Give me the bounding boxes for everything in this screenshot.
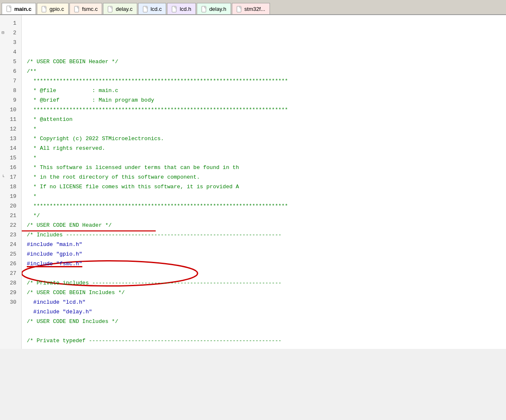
tab-label: main.c xyxy=(14,6,31,12)
code-text: * Copyright (c) 2022 STMicroelectronics. xyxy=(27,134,164,143)
code-line: * xyxy=(27,153,501,163)
code-line: * If no LICENSE file comes with this sof… xyxy=(27,182,501,192)
code-line: #include "gpio.h" xyxy=(27,249,501,259)
code-text: /* Private includes --------------------… xyxy=(27,278,282,288)
tab-main-c[interactable]: main.c xyxy=(2,3,36,15)
svg-rect-0 xyxy=(7,6,11,12)
svg-rect-5 xyxy=(172,6,176,12)
code-line: /* USER CODE END Header */ xyxy=(27,220,501,230)
code-text: #include "fsmc.h" xyxy=(27,259,82,269)
line-number: 4 xyxy=(3,47,18,57)
code-line: * @attention xyxy=(27,115,501,124)
line-number: 1 xyxy=(3,18,18,28)
tab-label: lcd.h xyxy=(180,6,191,12)
code-content[interactable]: /* USER CODE BEGIN Header *//** ********… xyxy=(22,15,506,349)
line-number: 22 xyxy=(3,220,18,230)
code-text: * All rights reserved. xyxy=(27,143,105,153)
code-text: #include "gpio.h" xyxy=(27,249,82,259)
file-icon xyxy=(143,6,149,12)
svg-rect-6 xyxy=(202,6,206,12)
code-line: * This software is licensed under terms … xyxy=(27,163,501,172)
code-text: /** xyxy=(27,67,36,76)
tab-label: stm32f... xyxy=(244,6,265,12)
tab-label: lcd.c xyxy=(151,6,162,12)
line-number: 11 xyxy=(3,115,18,124)
code-line: * in the root directory of this software… xyxy=(27,172,501,182)
code-line: /* Includes ----------------------------… xyxy=(27,230,501,240)
line-number: ⊟2 xyxy=(3,28,18,38)
code-line: /* USER CODE BEGIN Includes */ xyxy=(27,288,501,297)
code-text: ****************************************… xyxy=(27,105,288,115)
code-text: ****************************************… xyxy=(27,76,288,86)
line-number: 20 xyxy=(3,201,18,211)
tab-label: fsmc.c xyxy=(82,6,98,12)
code-text: * @brief : Main program body xyxy=(27,95,154,105)
code-text: * xyxy=(27,192,36,201)
line-number: 9 xyxy=(3,95,18,105)
code-text: * in the root directory of this software… xyxy=(27,172,200,182)
code-line: /** xyxy=(27,67,501,76)
code-line: */ xyxy=(27,211,501,220)
tab-gpio-c[interactable]: gpio.c xyxy=(37,3,69,15)
code-line: #include "fsmc.h" xyxy=(27,259,501,269)
fold-icon[interactable]: └ xyxy=(2,172,4,182)
code-line: * All rights reserved. xyxy=(27,143,501,153)
code-line: /* USER CODE END Includes */ xyxy=(27,317,501,326)
tab-label: delay.h xyxy=(209,6,226,12)
code-line: /* Private includes --------------------… xyxy=(27,278,501,288)
code-text: */ xyxy=(27,211,40,220)
tab-delay-c[interactable]: delay.c xyxy=(103,3,137,15)
file-icon xyxy=(74,6,80,12)
line-number: 15 xyxy=(3,153,18,163)
line-number: 28 xyxy=(3,278,18,288)
line-number: 13 xyxy=(3,134,18,143)
code-text: /* USER CODE END Header */ xyxy=(27,220,112,230)
line-number: 7 xyxy=(3,76,18,86)
code-text: /* USER CODE BEGIN Header */ xyxy=(27,57,118,67)
code-line: * @brief : Main program body xyxy=(27,95,501,105)
svg-rect-4 xyxy=(143,6,147,12)
code-line: /* USER CODE BEGIN Header */ xyxy=(27,57,501,67)
line-number: 6 xyxy=(3,67,18,76)
tab-bar: main.cgpio.cfsmc.cdelay.clcd.clcd.hdelay… xyxy=(0,0,506,15)
tab-label: gpio.c xyxy=(49,6,64,12)
tab-fsmc-c[interactable]: fsmc.c xyxy=(69,3,103,15)
tab-stm32f[interactable]: stm32f... xyxy=(232,3,270,15)
svg-rect-7 xyxy=(237,6,241,12)
tab-lcd-c[interactable]: lcd.c xyxy=(138,3,167,15)
code-text: /* Includes ----------------------------… xyxy=(27,230,282,240)
code-text: * If no LICENSE file comes with this sof… xyxy=(27,182,239,192)
line-number: 3 xyxy=(3,38,18,47)
svg-rect-3 xyxy=(108,6,112,12)
line-number: 18 xyxy=(3,182,18,192)
code-line: * xyxy=(27,124,501,134)
line-number: 5 xyxy=(3,57,18,67)
file-icon xyxy=(108,6,113,12)
line-number: 26 xyxy=(3,259,18,269)
code-text: #include "delay.h" xyxy=(27,307,92,317)
code-line: * xyxy=(27,192,501,201)
code-text: ****************************************… xyxy=(27,201,288,211)
code-text: * This software is licensed under terms … xyxy=(27,163,239,172)
code-line: #include "delay.h" xyxy=(27,307,501,317)
code-text: * @attention xyxy=(27,115,72,124)
code-line xyxy=(27,269,501,278)
file-icon xyxy=(201,6,207,12)
app-window: main.cgpio.cfsmc.cdelay.clcd.clcd.hdelay… xyxy=(0,0,506,349)
line-number: 16 xyxy=(3,163,18,172)
code-line: ****************************************… xyxy=(27,76,501,86)
tab-lcd-h[interactable]: lcd.h xyxy=(167,3,195,15)
code-text: /* USER CODE BEGIN Includes */ xyxy=(27,288,125,297)
file-icon xyxy=(6,6,12,12)
file-icon xyxy=(172,6,177,12)
code-text: /* Private typedef ---------------------… xyxy=(27,336,282,346)
code-line: ****************************************… xyxy=(27,105,501,115)
code-line: * Copyright (c) 2022 STMicroelectronics. xyxy=(27,134,501,143)
tab-delay-h[interactable]: delay.h xyxy=(197,3,231,15)
code-line: ****************************************… xyxy=(27,201,501,211)
code-line: * @file : main.c xyxy=(27,86,501,95)
code-text: * @file : main.c xyxy=(27,86,118,95)
line-number: 12 xyxy=(3,124,18,134)
code-text: /* USER CODE END Includes */ xyxy=(27,317,118,326)
fold-icon[interactable]: ⊟ xyxy=(2,28,4,38)
